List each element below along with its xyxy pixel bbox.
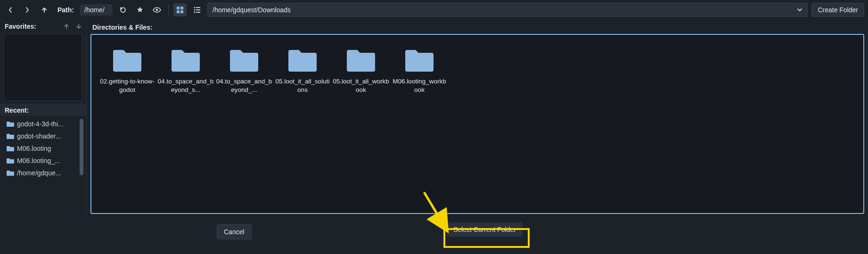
recent-item-label: M06.looting_... <box>17 157 60 164</box>
toolbar-divider <box>168 4 169 16</box>
folder-icon <box>229 47 259 73</box>
create-folder-button[interactable]: Create Folder <box>811 3 864 17</box>
folder-label: 05.loot_it_all_workbook <box>333 77 389 94</box>
path-input[interactable]: /home/gdquest/Downloads <box>207 3 808 17</box>
main-area: Favorites: Recent: godot-4-3d-thi... god… <box>0 20 868 218</box>
svg-rect-2 <box>180 7 183 9</box>
sidebar: Favorites: Recent: godot-4-3d-thi... god… <box>0 20 87 218</box>
svg-rect-4 <box>180 10 183 13</box>
recent-list: godot-4-3d-thi... godot-shader... M06.lo… <box>4 118 83 218</box>
favorites-label: Favorites: <box>5 23 36 30</box>
refresh-button[interactable] <box>116 3 130 16</box>
list-view-button[interactable] <box>190 3 204 16</box>
favorite-down-icon[interactable] <box>76 23 82 30</box>
path-label: Path: <box>57 6 74 14</box>
folder-item[interactable]: M06.looting_workbook <box>390 45 449 96</box>
folder-icon <box>346 47 376 73</box>
folder-icon <box>7 158 14 164</box>
folder-label: 02.getting-to-know-godot <box>99 77 156 94</box>
recent-item-label: M06.looting <box>17 145 51 152</box>
folder-icon <box>7 170 14 176</box>
folder-icon <box>7 133 14 139</box>
folder-icon <box>171 47 201 73</box>
recent-item[interactable]: godot-shader... <box>4 130 83 142</box>
folder-item[interactable]: 04.to_space_and_beyond_... <box>215 45 273 96</box>
svg-point-9 <box>194 12 196 13</box>
forward-button[interactable] <box>21 3 34 16</box>
show-hidden-button[interactable] <box>150 3 164 16</box>
folder-label: 04.to_space_and_beyond_s... <box>157 77 214 94</box>
recent-item[interactable]: /home/gdque... <box>4 167 83 179</box>
svg-rect-10 <box>196 12 200 13</box>
content-header: Directories & Files: <box>90 20 864 34</box>
folder-icon <box>287 47 318 73</box>
folder-item[interactable]: 04.to_space_and_beyond_s... <box>156 45 215 96</box>
folder-label: M06.looting_workbook <box>391 77 448 94</box>
favorites-header: Favorites: <box>0 20 86 32</box>
recent-item-label: godot-4-3d-thi... <box>17 120 64 128</box>
svg-rect-3 <box>177 10 180 13</box>
recent-item-label: /home/gdque... <box>17 169 61 177</box>
cancel-button[interactable]: Cancel <box>217 224 252 239</box>
folder-icon <box>112 47 142 73</box>
select-current-folder-button[interactable]: Select Current Folder <box>447 222 523 237</box>
recent-header: Recent: <box>0 104 86 116</box>
svg-rect-6 <box>196 7 200 8</box>
svg-point-7 <box>194 9 196 11</box>
folder-label: 05.loot_it_all_solutions <box>274 77 331 94</box>
recent-scrollbar[interactable] <box>80 119 83 175</box>
folder-label: 04.to_space_and_beyond_... <box>216 77 272 94</box>
folder-item[interactable]: 05.loot_it_all_solutions <box>273 45 332 96</box>
favorite-up-icon[interactable] <box>64 23 69 30</box>
up-button[interactable] <box>38 3 51 16</box>
svg-point-0 <box>156 9 158 11</box>
path-input-value: /home/gdquest/Downloads <box>213 6 291 14</box>
favorite-star-button[interactable] <box>133 3 147 16</box>
recent-item-label: godot-shader... <box>17 132 61 140</box>
chevron-down-icon <box>797 8 802 12</box>
favorites-list <box>4 34 82 101</box>
back-button[interactable] <box>4 3 17 16</box>
folder-icon <box>7 146 14 151</box>
folder-icon <box>404 47 434 73</box>
content-area: Directories & Files: 02.getting-to-know-… <box>87 20 868 218</box>
toolbar: Path: /home/ /home/gdquest/Downloads Cre… <box>0 0 868 20</box>
svg-rect-8 <box>196 9 200 10</box>
folder-item[interactable]: 02.getting-to-know-godot <box>98 45 156 96</box>
svg-point-5 <box>194 7 196 8</box>
folder-item[interactable]: 05.loot_it_all_workbook <box>332 45 390 96</box>
grid-view-button[interactable] <box>173 3 187 16</box>
path-segment[interactable]: /home/ <box>80 4 113 16</box>
recent-item[interactable]: M06.looting_... <box>4 155 83 167</box>
recent-item[interactable]: godot-4-3d-thi... <box>4 118 83 130</box>
svg-rect-1 <box>177 7 180 9</box>
recent-item[interactable]: M06.looting <box>4 142 83 155</box>
footer: Cancel Select Current Folder <box>0 218 868 246</box>
file-grid[interactable]: 02.getting-to-know-godot 04.to_space_and… <box>90 34 864 214</box>
folder-icon <box>7 121 14 127</box>
